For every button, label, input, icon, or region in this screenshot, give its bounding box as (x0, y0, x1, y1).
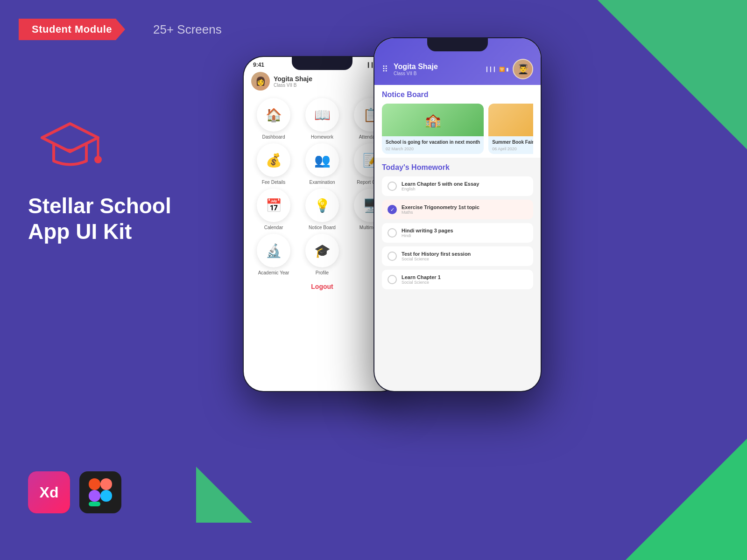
svg-rect-6 (89, 502, 100, 506)
left-brand: Stellar School App UI Kit (28, 103, 171, 268)
header: Student Module 25+ Screens (19, 19, 222, 40)
svg-rect-3 (100, 478, 112, 490)
notice-card-date: 02 March 2020 (386, 147, 480, 151)
menu-item-fee-details[interactable]: 💰 Fee Details (251, 143, 296, 185)
svg-point-7 (101, 491, 111, 500)
notice-card-title: School is going for vacation in next mon… (386, 139, 480, 145)
menu-icon-circle: 🎓 (305, 234, 339, 267)
phone2-user-info: ⠿ Yogita Shaje Class VII B (382, 63, 438, 76)
homework-item-details: Learn Chapter 1 Social Science (402, 274, 441, 285)
phone2: ⠿ Yogita Shaje Class VII B ▎▎▎ 🛜 ▮ 👨‍🎓 (374, 37, 542, 392)
menu-icon-circle: 🏠 (257, 98, 290, 132)
phone2-status-icons: ▎▎▎ 🛜 ▮ (486, 67, 509, 72)
menu-item-label: Academic Year (258, 270, 289, 275)
notice-card[interactable]: 📚 Summer Book Fair at School Campus in J… (488, 104, 533, 154)
homework-title: Today's Homework (382, 163, 533, 172)
homework-section: Today's Homework Learn Chapter 5 with on… (374, 158, 541, 299)
menu-item-calendar[interactable]: 📅 Calendar (251, 189, 296, 230)
grid-menu-icon[interactable]: ⠿ (382, 64, 388, 74)
homework-items-list: Learn Chapter 5 with one Essay English ✓… (382, 176, 533, 289)
phone2-user-details: Yogita Shaje Class VII B (394, 63, 438, 76)
menu-item-homework[interactable]: 📖 Homework (300, 98, 345, 140)
notice-card-date: 06 April 2020 (492, 147, 533, 151)
phones-container: 9:41 ▎▎▎ 🛜 ▮ 👩 Yogita Shaje Class VII B (224, 28, 747, 560)
menu-item-notice-board[interactable]: 💡 Notice Board (300, 189, 345, 230)
menu-item-label: Profile (316, 270, 329, 275)
phone2-battery-icon: ▮ (506, 67, 509, 72)
svg-rect-4 (89, 490, 100, 502)
homework-item[interactable]: ✓ Exercise Trigonometry 1st topic Maths (382, 200, 533, 219)
homework-item[interactable]: Test for History first session Social Sc… (382, 246, 533, 266)
homework-item-text: Hindi writing 3 pages (402, 228, 453, 233)
phone2-avatar: 👨‍🎓 (513, 59, 533, 79)
menu-icon-circle: 📖 (305, 98, 339, 132)
homework-checkbox[interactable] (388, 275, 397, 284)
phone2-user-name: Yogita Shaje (394, 63, 438, 71)
menu-item-label: Examination (309, 180, 335, 185)
tool-icons: Xd (28, 471, 121, 513)
menu-item-profile[interactable]: 🎓 Profile (300, 234, 345, 275)
menu-icon-circle: 💰 (257, 143, 290, 177)
menu-item-label: Calendar (264, 225, 283, 230)
homework-checkbox[interactable] (388, 252, 397, 261)
phone1-user-info: 👩 Yogita Shaje Class VII B (251, 72, 312, 91)
menu-item-examination[interactable]: 👥 Examination (300, 143, 345, 185)
homework-item[interactable]: Hindi writing 3 pages Hindi (382, 223, 533, 243)
graduation-cap-icon (28, 103, 112, 177)
phone1-notch (292, 57, 352, 70)
homework-item-subject: Hindi (402, 233, 453, 238)
homework-item-text: Test for History first session (402, 251, 471, 257)
homework-item-details: Learn Chapter 5 with one Essay English (402, 181, 479, 191)
notice-card[interactable]: 🏫 School is going for vacation in next m… (382, 104, 484, 154)
menu-icon-circle: 🔬 (257, 234, 290, 267)
menu-item-label: Notice Board (309, 225, 336, 230)
phone1-user-details: Yogita Shaje Class VII B (274, 75, 312, 88)
screens-count-label: 25+ Screens (153, 22, 222, 37)
phone2-notch (427, 38, 488, 51)
menu-item-label: Dashboard (262, 134, 285, 140)
homework-checkbox[interactable] (388, 228, 397, 238)
menu-item-academic-year[interactable]: 🔬 Academic Year (251, 234, 296, 275)
notice-board-title: Notice Board (382, 91, 533, 99)
menu-item-dashboard[interactable]: 🏠 Dashboard (251, 98, 296, 140)
svg-rect-2 (89, 478, 100, 490)
phone1-avatar: 👩 (251, 72, 270, 91)
notice-card-image: 🏫 (382, 104, 484, 136)
homework-item-details: Hindi writing 3 pages Hindi (402, 228, 453, 238)
figma-icon (79, 471, 121, 513)
notice-cards-list: 🏫 School is going for vacation in next m… (382, 104, 533, 154)
adobe-xd-icon: Xd (28, 471, 70, 513)
homework-item-details: Exercise Trigonometry 1st topic Maths (402, 204, 479, 215)
homework-item-details: Test for History first session Social Sc… (402, 251, 471, 261)
phone2-signal-icon: ▎▎▎ (486, 67, 498, 72)
menu-icon-circle: 💡 (305, 189, 339, 222)
phone1-time: 9:41 (253, 62, 264, 68)
menu-item-label: Fee Details (262, 180, 286, 185)
homework-item-subject: English (402, 187, 479, 191)
notice-card-body: School is going for vacation in next mon… (382, 136, 484, 154)
app-title: Stellar School App UI Kit (28, 193, 171, 245)
svg-point-1 (94, 156, 102, 163)
homework-item-text: Exercise Trigonometry 1st topic (402, 204, 479, 210)
homework-checkbox[interactable]: ✓ (388, 205, 397, 214)
menu-icon-circle: 📅 (257, 189, 290, 222)
menu-item-label: Homework (311, 134, 333, 140)
menu-icon-circle: 👥 (305, 143, 339, 177)
student-module-badge: Student Module (19, 19, 125, 40)
homework-checkbox[interactable] (388, 182, 397, 191)
homework-item-text: Learn Chapter 1 (402, 274, 441, 280)
homework-item[interactable]: Learn Chapter 1 Social Science (382, 270, 533, 289)
homework-item-subject: Social Science (402, 257, 471, 261)
notice-card-title: Summer Book Fair at School Campus in Jun… (492, 139, 533, 145)
homework-item-text: Learn Chapter 5 with one Essay (402, 181, 479, 187)
homework-item-subject: Maths (402, 210, 479, 215)
notice-card-body: Summer Book Fair at School Campus in Jun… (488, 136, 533, 154)
phone1-user-name: Yogita Shaje (274, 75, 312, 83)
homework-item-subject: Social Science (402, 280, 441, 285)
phone2-user-class: Class VII B (394, 71, 438, 76)
notice-card-image: 📚 (488, 104, 533, 136)
notice-section: Notice Board 🏫 School is going for vacat… (374, 85, 541, 158)
phone1-avatar-img: 👩 (251, 72, 270, 91)
phone2-wifi-icon: 🛜 (499, 67, 505, 72)
homework-item[interactable]: Learn Chapter 5 with one Essay English (382, 176, 533, 196)
